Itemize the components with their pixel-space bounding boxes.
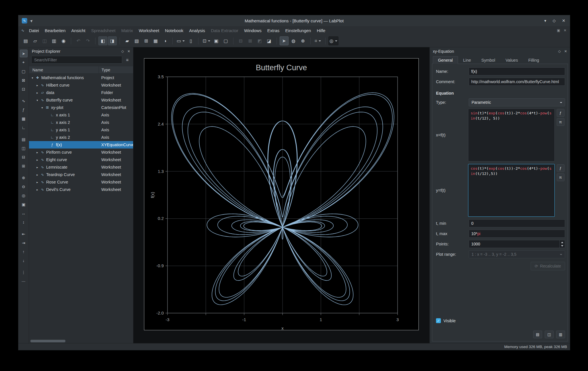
new-matrix-icon[interactable]: ▦ (151, 36, 160, 45)
tab-general[interactable]: General (433, 56, 458, 64)
snap-grid-icon[interactable]: ⌗ (314, 36, 322, 45)
maximize-window-icon[interactable]: ◇ (552, 18, 556, 23)
y-equation-input[interactable]: cos(t)*(exp(cos(t))-2*cos(4*t)-pow(sin(t… (468, 164, 555, 217)
save-function-button[interactable]: ◫ (545, 331, 554, 338)
horizontal-scrollbar[interactable] (30, 340, 132, 342)
tree-row-teardrop-curve[interactable]: ▸ ∿ Teardrop Curve Worksheet (29, 171, 133, 178)
save-as-function-button[interactable]: ▥ (556, 331, 565, 338)
shift-up-y-tool-icon[interactable]: ↑ (20, 248, 28, 255)
expander-icon[interactable]: ▸ (35, 151, 40, 154)
expander-icon[interactable]: ▾ (35, 99, 40, 102)
menu-hilfe[interactable]: Hilfe (314, 27, 328, 34)
title-bar[interactable]: ∿ ➤ Mathematical functions - [Butterfly … (18, 15, 570, 26)
crosshair-mode-icon[interactable]: ◍ (289, 36, 298, 45)
add-equation-curve-tool-icon[interactable]: ƒ (20, 106, 28, 114)
horizontal-layout-tool-icon[interactable]: ◫ (20, 144, 28, 152)
zoom-origin-tool-icon[interactable]: ◎ (20, 192, 28, 199)
menu-datei[interactable]: Datei (26, 27, 42, 34)
insert-function-button[interactable]: ƒ (557, 109, 564, 117)
crosshair-tool-icon[interactable]: ⌖ (20, 58, 28, 66)
expander-icon[interactable]: ▾ (30, 76, 35, 79)
expander-icon[interactable]: ▸ (35, 181, 40, 184)
expander-icon[interactable]: ▸ (35, 188, 40, 191)
zoom-mode-icon[interactable]: ⊡ (201, 36, 211, 45)
tree-row-hilbert-curve[interactable]: ▸ ∿ Hilbert curve Worksheet (29, 81, 133, 89)
shift-left-x-tool-icon[interactable]: ⇤ (20, 230, 28, 238)
expander-icon[interactable]: ▾ (40, 106, 44, 109)
new-workbook-icon[interactable]: ▧ (132, 36, 141, 45)
tree-row-x-axis-1[interactable]: ∟ x axis 1 Axis (29, 111, 133, 119)
tree-row-eight-curve[interactable]: ▸ ∿ Eight curve Worksheet (29, 156, 133, 163)
tab-values[interactable]: Values (500, 56, 523, 64)
menu-einstellungen[interactable]: Einstellungen (282, 27, 314, 34)
scrollbar-thumb[interactable] (30, 340, 65, 342)
filter-options-icon[interactable]: ≡ (124, 56, 131, 63)
add-histogram-tool-icon[interactable]: ▦ (20, 115, 28, 122)
print-preview-icon[interactable]: ◉ (59, 36, 68, 45)
tree-row-y-axis-1[interactable]: ∟ y axis 1 Axis (29, 126, 133, 134)
select-mode-icon[interactable]: ➤ (280, 36, 289, 45)
add-axis-tool-icon[interactable]: ∟ (20, 124, 28, 131)
spin-down-icon[interactable] (560, 244, 565, 248)
tree-row-devil-s-curve[interactable]: ▸ ∿ Devil's Curve Worksheet (29, 186, 133, 193)
zoom-select-tool-icon[interactable]: ▢ (20, 67, 28, 75)
expander-icon[interactable]: ▸ (35, 91, 40, 94)
close-panel-icon[interactable]: ✕ (127, 49, 130, 53)
menu-notebook[interactable]: Notebook (162, 27, 186, 34)
menu-ansicht[interactable]: Ansicht (69, 27, 88, 34)
tree-row-piriform-curve[interactable]: ▸ ∿ Piriform curve Worksheet (29, 149, 133, 156)
close-child-icon[interactable]: ✕ (564, 28, 566, 32)
add-curve-tool-icon[interactable]: ∿ (20, 97, 28, 105)
tree-row-xy-plot[interactable]: ▾ ⊞ xy-plot CartesianPlot (29, 104, 133, 111)
zoom-fit-width-tool-icon[interactable]: ↔ (20, 209, 28, 217)
zoom-out-tool-icon[interactable]: ⊖ (20, 183, 28, 190)
open-project-icon[interactable]: ▱ (31, 36, 40, 45)
tree-row-data[interactable]: ▸ ▱ data Folder (29, 89, 133, 96)
restore-child-icon[interactable]: ▣ (557, 28, 560, 32)
insert-constant-button[interactable]: π (557, 173, 564, 181)
zoom-fit-page-tool-icon[interactable]: ▣ (20, 200, 28, 208)
tmax-field[interactable]: 10*pi (469, 230, 565, 238)
menu-extras[interactable]: Extras (264, 27, 283, 34)
menu-windows[interactable]: Windows (241, 27, 264, 34)
tree-row-butterfly-curve[interactable]: ▾ ∿ Butterfly curve Worksheet (29, 96, 133, 104)
shift-right-x-tool-icon[interactable]: ⇥ (20, 239, 28, 247)
expander-icon[interactable]: ▸ (35, 84, 40, 87)
fit-width-icon[interactable]: ▢ (221, 36, 230, 45)
zoom-fit-height-tool-icon[interactable]: ↕ (20, 218, 28, 226)
tab-filling[interactable]: Filling (523, 56, 544, 64)
plot-svg[interactable]: -3-1133.52.41.30.2-0.9-2.0xf(x) (144, 58, 418, 330)
break-layout-icon[interactable]: ◪ (265, 36, 274, 45)
vertical-layout-tool-icon[interactable]: ⊟ (20, 153, 28, 161)
tab-symbol[interactable]: Symbol (476, 56, 500, 64)
tree-header[interactable]: Name Type (29, 66, 133, 74)
add-legend-tool-icon[interactable]: ▤ (20, 135, 28, 143)
spin-up-icon[interactable] (560, 240, 565, 244)
tab-line[interactable]: Line (458, 56, 476, 64)
magnifier-icon[interactable]: ◎ (328, 36, 338, 45)
new-spreadsheet-icon[interactable]: ⊞ (142, 36, 151, 45)
expander-icon[interactable]: ▸ (35, 158, 40, 161)
color-settings-icon[interactable]: ◑ (161, 36, 170, 45)
insert-constant-button[interactable]: π (557, 118, 564, 126)
grid-layout-tool-icon[interactable]: ⊞ (20, 162, 28, 170)
zoom-x-select-tool-icon[interactable]: ⊠ (20, 76, 28, 84)
tree-row-lemniscate[interactable]: ▸ ∿ Lemniscate Worksheet (29, 163, 133, 171)
column-name[interactable]: Name (29, 68, 43, 72)
column-type[interactable]: Type (99, 66, 110, 73)
menu-bearbeiten[interactable]: Bearbeiten (42, 27, 69, 34)
tree-row-rose-curve[interactable]: ▸ ∿ Rose Curve Worksheet (29, 178, 133, 186)
visible-checkbox[interactable]: ✓ (436, 318, 441, 323)
menu-worksheet[interactable]: Worksheet (136, 27, 162, 34)
tree-row-y-axis-2[interactable]: ∟ y axis 2 Axis (29, 134, 133, 141)
toggle-project-explorer-icon[interactable]: ◧ (98, 36, 107, 45)
tmin-field[interactable] (469, 219, 565, 227)
worksheet-view[interactable]: Butterfly Curve -3-1133.52.41.30.2-0.9-2… (133, 47, 430, 343)
insert-function-button[interactable]: ƒ (557, 164, 564, 172)
close-window-icon[interactable]: ✕ (562, 18, 565, 23)
zoom-fit-icon[interactable]: ⊕ (299, 36, 307, 45)
name-field[interactable] (469, 67, 565, 75)
overflow-tools-button-icon[interactable]: ⋯ (20, 277, 28, 285)
print-icon[interactable]: ▥ (50, 36, 59, 45)
tree-row-x-axis-2[interactable]: ∟ x axis 2 Axis (29, 119, 133, 126)
